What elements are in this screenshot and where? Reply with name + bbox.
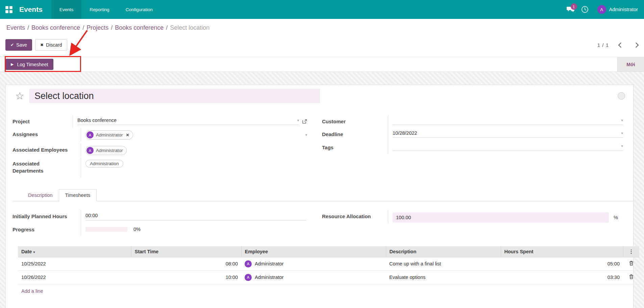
assignee-tag[interactable]: A Administrator ✕ (85, 130, 133, 139)
field-resource-allocation: Resource Allocation 100.00 % (322, 210, 623, 225)
deadline-value[interactable]: 10/28/2022 (393, 130, 417, 136)
row1-start-time[interactable]: 08:00 (131, 257, 241, 271)
details-left: Initially Planned Hours 00:00 Progress 0… (13, 210, 307, 236)
row2-description[interactable]: Evaluate options (386, 271, 501, 284)
add-a-line-row: Add a line (18, 284, 639, 297)
kanban-state-icon[interactable] (618, 92, 625, 100)
topbar-menu-configuration[interactable]: Configuration (118, 0, 161, 19)
trash-icon (629, 261, 634, 266)
discard-button[interactable]: ✖ Discard (35, 39, 67, 51)
user-avatar: A (597, 5, 606, 14)
favorite-star-icon[interactable]: ☆ (15, 91, 24, 101)
timesheet-details: Initially Planned Hours 00:00 Progress 0… (13, 210, 633, 236)
breadcrumb-link-projects[interactable]: Projects (86, 24, 108, 31)
breadcrumb-link-events[interactable]: Events (6, 24, 25, 31)
progress-cell: 0% (81, 223, 307, 234)
planned-hours-input[interactable]: 00:00 (85, 212, 306, 221)
messages-button[interactable]: 1 (564, 0, 578, 19)
assignees-field[interactable]: A Administrator ✕ ▾ (85, 130, 307, 141)
activities-button[interactable] (578, 0, 592, 19)
apps-menu-button[interactable] (0, 0, 17, 19)
breadcrumb-link-books-conference-1[interactable]: Books conference (31, 24, 80, 31)
optional-columns-icon[interactable]: ⋮ (623, 246, 639, 257)
column-header-start-time[interactable]: Start Time (131, 246, 241, 257)
row1-employee-avatar: A (245, 260, 252, 267)
breadcrumb-link-books-conference-2[interactable]: Books conference (115, 24, 164, 31)
deadline-value-cell: 10/28/2022 ▾ (388, 128, 623, 140)
associated-employee-name: Administrator (96, 148, 123, 153)
tab-description[interactable]: Description (22, 189, 59, 201)
customer-value[interactable] (393, 118, 394, 123)
row2-start-time[interactable]: 10:00 (131, 271, 241, 284)
tab-timesheets[interactable]: Timesheets (59, 189, 97, 201)
row1-employee-cell[interactable]: AAdministrator (241, 257, 386, 271)
row1-date[interactable]: 10/25/2022 (18, 257, 131, 271)
topbar-menu-reporting[interactable]: Reporting (81, 0, 118, 19)
pager-next-icon[interactable] (634, 42, 639, 48)
form-statusbar: ▶ Log Timesheet Mới (0, 57, 644, 72)
deadline-label: Deadline (322, 128, 388, 141)
breadcrumb-separator: / (25, 24, 31, 31)
external-link-icon[interactable] (302, 119, 307, 124)
field-project: Project Books conference ▾ (13, 115, 307, 128)
topbar-menu-events[interactable]: Events (51, 0, 81, 19)
tags-caret-icon[interactable]: ▾ (618, 144, 623, 148)
associated-employees-value-cell: A Administrator (81, 144, 307, 157)
project-label: Project (13, 115, 73, 128)
tags-value[interactable] (393, 144, 394, 149)
column-header-date[interactable]: Date▾ (18, 246, 131, 257)
timesheet-row-1[interactable]: 10/25/2022 08:00 AAdministrator Come up … (18, 257, 639, 271)
check-icon: ✔ (10, 43, 14, 47)
associated-employees-label: Associated Employees (13, 144, 81, 156)
project-caret-icon[interactable]: ▾ (294, 118, 299, 123)
clock-icon (581, 6, 589, 13)
table-header-row: Date▾ Start Time Employee Description Ho… (18, 246, 639, 257)
row2-date[interactable]: 10/26/2022 (18, 271, 131, 284)
field-progress: Progress 0% (13, 223, 307, 236)
row2-employee-name: Administrator (255, 275, 283, 280)
field-customer: Customer ▾ (322, 115, 623, 128)
title-row: ☆ Select location (13, 89, 633, 103)
tags-field[interactable]: ▾ (393, 144, 623, 151)
topbar: Events Events Reporting Configuration 1 … (0, 0, 644, 19)
resource-allocation-input[interactable]: 100.00 (393, 212, 609, 223)
assignee-remove-icon[interactable]: ✕ (126, 133, 129, 137)
column-header-description[interactable]: Description (386, 246, 501, 257)
column-header-employee[interactable]: Employee (241, 246, 386, 257)
customer-caret-icon[interactable]: ▾ (618, 118, 623, 123)
user-menu[interactable]: A Administrator (592, 5, 639, 14)
row1-hours-spent[interactable]: 05:00 (501, 257, 623, 271)
pager-count: 1 / 1 (597, 42, 609, 48)
project-value[interactable]: Books conference (77, 118, 117, 123)
pager-previous-icon[interactable] (618, 42, 624, 48)
associated-department-tag[interactable]: Administration (85, 160, 123, 168)
assignees-label: Assignees (13, 128, 81, 141)
stage-badge[interactable]: Mới (617, 57, 644, 72)
project-value-cell: Books conference ▾ (73, 115, 307, 127)
column-header-hours-spent[interactable]: Hours Spent (501, 246, 623, 257)
assignees-caret-icon[interactable]: ▾ (302, 133, 307, 137)
task-title-input[interactable]: Select location (29, 89, 320, 103)
project-field[interactable]: Books conference ▾ (77, 118, 299, 125)
row1-description[interactable]: Come up with a final list (386, 257, 501, 271)
row1-delete-button[interactable] (623, 257, 639, 271)
timesheet-row-2[interactable]: 10/26/2022 10:00 AAdministrator Evaluate… (18, 271, 639, 284)
breadcrumb-current: Select location (170, 24, 209, 31)
notebook-tabs: Description Timesheets (13, 189, 633, 201)
save-button[interactable]: ✔ Save (5, 39, 32, 51)
control-panel-buttons: ✔ Save ✖ Discard 1 / 1 (0, 36, 644, 57)
row2-delete-button[interactable] (623, 271, 639, 284)
deadline-field[interactable]: 10/28/2022 ▾ (393, 130, 623, 138)
row1-employee-name: Administrator (255, 261, 283, 266)
associated-employee-tag[interactable]: A Administrator (85, 146, 127, 155)
pager: 1 / 1 (597, 42, 638, 48)
customer-field[interactable]: ▾ (393, 118, 623, 125)
field-deadline: Deadline 10/28/2022 ▾ (322, 128, 623, 141)
add-a-line-link[interactable]: Add a line (18, 284, 639, 297)
row2-hours-spent[interactable]: 03:30 (501, 271, 623, 284)
resource-allocation-cell: 100.00 % (388, 210, 623, 225)
row2-employee-cell[interactable]: AAdministrator (241, 271, 386, 284)
planned-hours-cell: 00:00 (81, 210, 307, 223)
deadline-caret-icon[interactable]: ▾ (618, 131, 623, 135)
log-timesheet-button[interactable]: ▶ Log Timesheet (5, 59, 53, 70)
